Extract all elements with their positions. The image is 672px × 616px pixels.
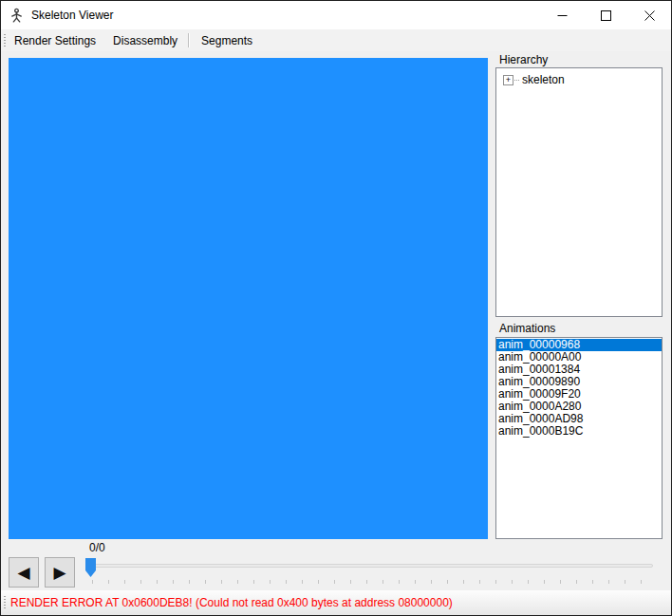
hierarchy-tree[interactable]: + skeleton — [495, 67, 663, 317]
status-error-message: RENDER ERROR AT 0x0600DEB8! (Could not r… — [10, 596, 453, 609]
menu-bar: Render Settings Disassembly Segments — [1, 29, 671, 51]
window-controls — [540, 1, 671, 29]
menu-segments[interactable]: Segments — [193, 31, 261, 50]
menu-separator — [188, 33, 189, 47]
frame-counter: 0/0 — [89, 541, 105, 554]
app-window: Skeleton Viewer Render Settings Disassem… — [0, 0, 672, 616]
prev-icon: ◀ — [17, 563, 29, 582]
window-title: Skeleton Viewer — [31, 9, 114, 22]
slider-ticks — [92, 580, 654, 584]
frame-slider-thumb[interactable] — [85, 558, 96, 577]
maximize-button[interactable] — [584, 1, 627, 29]
prev-frame-button[interactable]: ◀ — [9, 557, 39, 588]
title-bar: Skeleton Viewer — [1, 1, 671, 29]
minimize-button[interactable] — [540, 1, 584, 29]
tree-connector — [514, 80, 519, 81]
statusbar-grip — [4, 596, 6, 609]
list-item[interactable]: anim_0000B19C — [496, 425, 662, 438]
close-icon — [644, 10, 655, 21]
tree-node-skeleton[interactable]: + skeleton — [503, 73, 662, 86]
app-icon — [9, 8, 25, 24]
animations-label: Animations — [499, 322, 555, 335]
menu-disassembly[interactable]: Disassembly — [104, 31, 186, 50]
tree-node-label: skeleton — [522, 73, 565, 86]
next-icon: ▶ — [53, 563, 65, 582]
status-bar: RENDER ERROR AT 0x0600DEB8! (Could not r… — [1, 590, 671, 615]
maximize-icon — [601, 10, 611, 21]
frame-slider-track[interactable] — [89, 564, 653, 568]
tree-expander-icon[interactable]: + — [503, 75, 513, 85]
hierarchy-label: Hierarchy — [499, 53, 548, 66]
menu-render-settings[interactable]: Render Settings — [6, 31, 104, 50]
animations-list[interactable]: anim_00000968anim_00000A00anim_00001384a… — [495, 337, 663, 539]
close-button[interactable] — [627, 1, 671, 29]
minimize-icon — [557, 10, 568, 21]
next-frame-button[interactable]: ▶ — [45, 557, 75, 588]
render-viewport[interactable] — [9, 58, 488, 539]
